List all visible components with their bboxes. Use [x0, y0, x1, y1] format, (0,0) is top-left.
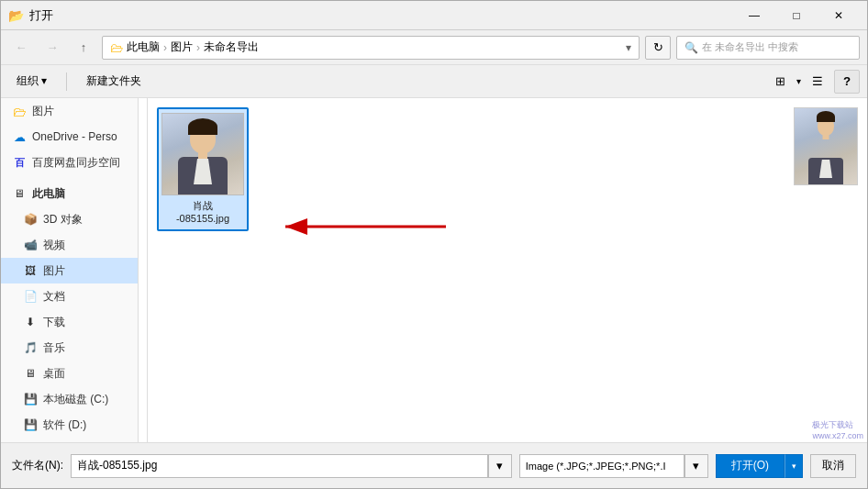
breadcrumb-dropdown-icon[interactable]: ▾: [626, 41, 631, 54]
bottom-bar: 文件名(N): 肖战-085155.jpg ▾ Image (*.JPG;*.J…: [1, 442, 867, 488]
cancel-button[interactable]: 取消: [810, 454, 856, 478]
filetype-dropdown-button[interactable]: ▾: [684, 454, 708, 478]
open-dropdown-icon: ▾: [792, 461, 796, 471]
filename-dropdown-button[interactable]: ▾: [488, 454, 512, 478]
up-button[interactable]: ↑: [71, 36, 96, 60]
organize-button[interactable]: 组织 ▾: [8, 70, 55, 94]
view-thumbnail-icon: ⊞: [775, 74, 785, 88]
open-button[interactable]: 打开(O): [716, 454, 785, 478]
sidebar-item-baidu[interactable]: 百 百度网盘同步空间: [1, 150, 138, 175]
sidebar-item-label: 音乐: [43, 340, 65, 356]
dropdown-arrow-icon: ▾: [496, 459, 503, 472]
open-button-dropdown[interactable]: ▾: [785, 454, 803, 478]
open-button-group: 打开(O) ▾: [716, 454, 803, 478]
search-placeholder: 在 未命名导出 中搜索: [702, 40, 798, 54]
toolbar-right: ⊞ ▾ ☰ ?: [767, 70, 860, 94]
sidebar-item-pictures[interactable]: 🗁 图片: [1, 98, 138, 124]
title-bar-left: 📂 打开: [8, 7, 53, 24]
disk-d-icon: 💾: [23, 417, 38, 432]
filetype-field-group: Image (*.JPG;*.JPEG;*.PNG;*.I ▾: [519, 454, 708, 478]
toolbar-separator: [66, 72, 67, 91]
maximize-button[interactable]: □: [775, 1, 818, 30]
forward-icon: →: [47, 40, 59, 54]
3d-icon: 📦: [23, 212, 38, 227]
sidebar-item-this-pc[interactable]: 🖥 此电脑: [1, 181, 138, 206]
baidu-icon: 百: [12, 155, 27, 170]
help-icon: ?: [843, 74, 851, 88]
refresh-button[interactable]: ↻: [645, 36, 671, 60]
file-name: 肖战 -085155.jpg: [176, 199, 229, 226]
sidebar-item-music[interactable]: 🎵 音乐: [1, 335, 138, 361]
sidebar-item-label: 3D 对象: [43, 212, 83, 228]
sidebar-item-label: 图片: [43, 263, 65, 279]
sidebar-item-label: 图片: [32, 104, 54, 119]
toolbar: 组织 ▾ 新建文件夹 ⊞ ▾ ☰ ?: [1, 65, 867, 98]
filename-value: 肖战-085155.jpg: [77, 458, 157, 473]
breadcrumb[interactable]: 🗁 此电脑 › 图片 › 未命名导出 ▾: [102, 36, 640, 60]
breadcrumb-item-1[interactable]: 此电脑: [127, 39, 160, 55]
search-bar[interactable]: 🔍 在 未命名导出 中搜索: [676, 36, 860, 60]
back-button[interactable]: ←: [8, 36, 34, 60]
view-list-button[interactable]: ☰: [805, 70, 830, 94]
breadcrumb-item-2[interactable]: 图片: [171, 39, 193, 55]
folder-icon: 🗁: [12, 104, 27, 118]
close-button[interactable]: ✕: [818, 1, 860, 30]
download-icon: ⬇: [23, 315, 38, 329]
sidebar-item-label: 文档: [43, 289, 65, 305]
breadcrumb-sep-1: ›: [163, 41, 167, 54]
sidebar-item-desktop[interactable]: 🖥 桌面: [1, 361, 138, 386]
sidebar-item-3d-objects[interactable]: 📦 3D 对象: [1, 206, 138, 232]
sidebar: 🗁 图片 ☁ OneDrive - Perso 百 百度网盘同步空间 🖥 此电脑…: [1, 98, 148, 442]
help-button[interactable]: ?: [834, 70, 860, 94]
filename-label: 文件名(N):: [12, 458, 63, 473]
sidebar-scroll: 🗁 图片 ☁ OneDrive - Perso 百 百度网盘同步空间 🖥 此电脑…: [1, 98, 139, 442]
breadcrumb-folder-icon: 🗁: [110, 40, 123, 55]
folder-icon: 📂: [8, 8, 24, 23]
sidebar-item-label: 视频: [43, 238, 65, 253]
file-item-xiao-zhan[interactable]: 肖战 -085155.jpg: [157, 107, 249, 231]
file-thumbnail: [161, 113, 244, 195]
view-dropdown-icon[interactable]: ▾: [796, 76, 801, 86]
search-icon: 🔍: [684, 41, 698, 54]
sidebar-item-label: OneDrive - Perso: [32, 130, 117, 143]
new-folder-button[interactable]: 新建文件夹: [78, 70, 150, 94]
music-icon: 🎵: [23, 340, 38, 355]
sidebar-item-downloads[interactable]: ⬇ 下载: [1, 309, 138, 335]
sidebar-item-label: 下载: [43, 315, 65, 330]
view-thumbnail-button[interactable]: ⊞: [767, 70, 793, 94]
minimize-button[interactable]: —: [733, 1, 775, 30]
sidebar-item-label: 桌面: [43, 366, 65, 382]
filetype-dropdown-icon: ▾: [693, 459, 699, 472]
dialog-title: 打开: [29, 7, 53, 24]
disk-c-icon: 💾: [23, 392, 38, 406]
back-icon: ←: [16, 40, 28, 54]
file-grid[interactable]: 肖战 -085155.jpg: [148, 98, 867, 442]
sidebar-item-label: 百度网盘同步空间: [32, 155, 120, 171]
sidebar-item-local-disk[interactable]: 💾 本地磁盘 (C:): [1, 386, 138, 412]
sidebar-item-videos[interactable]: 📹 视频: [1, 232, 138, 258]
sidebar-item-label: 本地磁盘 (C:): [43, 392, 108, 407]
sidebar-item-software-disk[interactable]: 💾 软件 (D:): [1, 412, 138, 438]
filetype-select[interactable]: Image (*.JPG;*.JPEG;*.PNG;*.I: [519, 454, 684, 478]
sidebar-item-documents[interactable]: 📄 文档: [1, 283, 138, 309]
title-bar: 📂 打开 — □ ✕: [1, 1, 867, 30]
breadcrumb-sep-2: ›: [196, 41, 200, 54]
breadcrumb-item-3[interactable]: 未命名导出: [204, 39, 259, 55]
filename-input[interactable]: 肖战-085155.jpg: [71, 454, 488, 478]
view-list-icon: ☰: [812, 74, 823, 88]
sidebar-item-label: 此电脑: [32, 186, 65, 202]
sidebar-item-onedrive[interactable]: ☁ OneDrive - Perso: [1, 124, 138, 150]
up-icon: ↑: [81, 40, 87, 54]
video-icon: 📹: [23, 238, 38, 252]
corner-thumbnail: [794, 107, 858, 185]
sidebar-item-label: 软件 (D:): [43, 417, 86, 433]
forward-button[interactable]: →: [39, 36, 65, 60]
filetype-value: Image (*.JPG;*.JPEG;*.PNG;*.I: [526, 461, 666, 472]
doc-icon: 📄: [23, 289, 38, 304]
filename-field-group: 肖战-085155.jpg ▾: [71, 454, 512, 478]
pc-icon: 🖥: [12, 186, 27, 201]
address-bar: ← → ↑ 🗁 此电脑 › 图片 › 未命名导出 ▾ ↻ 🔍 在 未命名导出 中…: [1, 30, 867, 65]
open-file-dialog: 📂 打开 — □ ✕ ← → ↑ 🗁 此电脑 › 图片 › 未命名导出 ▾: [0, 0, 868, 489]
main-area: 🗁 图片 ☁ OneDrive - Perso 百 百度网盘同步空间 🖥 此电脑…: [1, 98, 867, 442]
sidebar-item-images[interactable]: 🖼 图片: [1, 258, 138, 283]
